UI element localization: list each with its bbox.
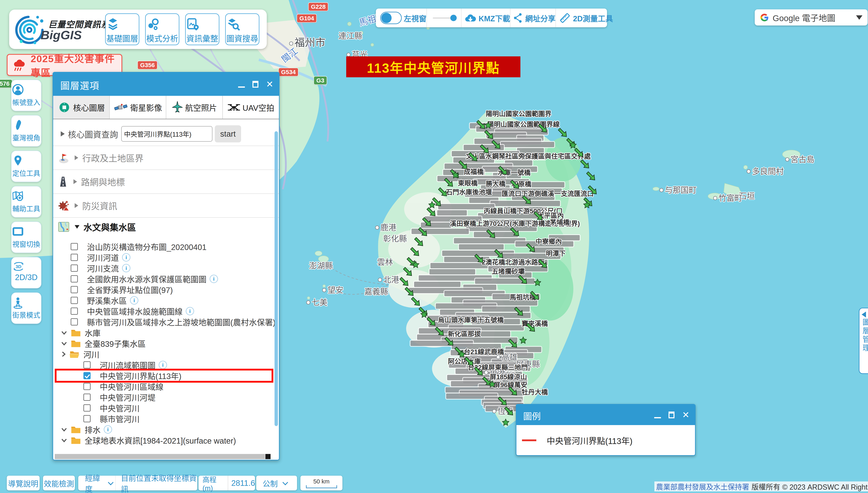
layer-manager-tab[interactable]: 圖層管理 — [859, 308, 868, 374]
category-catadmin[interactable]: 行政及土地區界 — [53, 146, 279, 170]
sidebar-item-user[interactable]: 帳號登入 — [11, 80, 41, 111]
layer-row[interactable]: 河川支流i — [53, 263, 279, 274]
chevron-down-icon[interactable] — [61, 437, 67, 443]
river-boundary-marker-arrow[interactable] — [410, 296, 421, 307]
category-catdisaster[interactable]: 防災資訊 — [53, 193, 279, 217]
layer-row[interactable]: 縣市管河川及區域排水之上游坡地範圍圖(農村水保署) — [53, 317, 279, 327]
river-boundary-marker-arrow[interactable] — [473, 366, 484, 377]
info-icon[interactable]: i — [130, 296, 138, 304]
checkbox[interactable] — [71, 297, 78, 304]
layer-row[interactable]: 野溪集水區i — [53, 295, 279, 306]
info-icon[interactable]: i — [186, 307, 194, 315]
river-boundary-marker-arrow[interactable] — [403, 266, 413, 277]
river-boundary-marker-arrow[interactable] — [526, 243, 536, 253]
layer-row[interactable]: 中央管河川河堤 — [53, 392, 279, 403]
layer-panel-header[interactable]: 圖層選項 ✕ — [53, 72, 279, 96]
folder-row[interactable]: 水庫 — [53, 327, 279, 338]
chevron-right-icon[interactable] — [61, 351, 66, 358]
river-boundary-marker-arrow[interactable] — [474, 253, 484, 264]
opacity-slider[interactable] — [433, 18, 454, 19]
info-icon[interactable]: i — [209, 275, 218, 283]
river-boundary-marker-arrow[interactable] — [486, 229, 496, 239]
close-icon[interactable]: ✕ — [266, 80, 273, 89]
river-boundary-marker-star[interactable] — [583, 201, 591, 209]
agency-link[interactable]: 農業部農村發展及水土保持署 — [656, 481, 749, 491]
river-boundary-marker-arrow[interactable] — [404, 286, 415, 297]
folder-row[interactable]: 全臺839子集水區 — [53, 338, 279, 349]
folder-row[interactable]: 全球地表水資訊[1984-2021](surface water) — [53, 435, 279, 446]
tab-sat[interactable]: 衛星影像 — [110, 96, 166, 119]
layer-row[interactable]: 縣市管河川 — [53, 413, 279, 424]
checkbox[interactable] — [71, 243, 78, 250]
search-input[interactable] — [121, 126, 213, 142]
nav-button-analysis[interactable]: 模式分析 — [145, 13, 179, 45]
river-boundary-marker-arrow[interactable] — [518, 275, 528, 285]
checkbox-checked[interactable] — [83, 372, 91, 379]
guide-button[interactable]: 導覽說明 — [7, 476, 40, 490]
river-boundary-marker-arrow[interactable] — [418, 227, 428, 237]
expand-icon[interactable] — [75, 155, 78, 160]
layer-row[interactable]: 河川河道i — [53, 252, 279, 263]
info-icon[interactable]: i — [122, 264, 130, 272]
river-boundary-marker-arrow[interactable] — [508, 386, 518, 396]
layer-row[interactable]: 治山防災構造物分布圖_20200401 — [53, 241, 279, 252]
horizontal-scrollbar[interactable] — [55, 454, 265, 459]
checkbox[interactable] — [71, 286, 78, 293]
sidebar-item-taiwan[interactable]: 臺灣視角 — [11, 115, 41, 147]
layer-row[interactable]: 全省野溪界址點位圖(97) — [53, 284, 279, 295]
checkbox[interactable] — [71, 275, 78, 282]
river-boundary-marker-star[interactable] — [569, 141, 577, 149]
river-boundary-marker-star[interactable] — [488, 380, 496, 388]
info-icon[interactable]: i — [122, 253, 130, 261]
checkbox[interactable] — [71, 318, 78, 325]
river-boundary-marker-arrow[interactable] — [497, 396, 508, 406]
tab-core[interactable]: 核心圖層 — [53, 96, 110, 119]
tab-plane[interactable]: 航空照片 — [166, 96, 223, 119]
coord-mode-select[interactable]: 經緯度 — [85, 472, 106, 493]
layer-row[interactable]: 中央管河川界點(113年) — [53, 370, 279, 381]
river-boundary-marker-arrow[interactable] — [484, 129, 494, 140]
river-boundary-marker-star[interactable] — [519, 336, 527, 344]
nav-button-mapsearch[interactable]: 圖資搜尋 — [225, 13, 260, 45]
river-boundary-marker-arrow[interactable] — [444, 336, 454, 347]
river-boundary-marker-star[interactable] — [428, 201, 436, 209]
performance-button[interactable]: 效能檢測 — [43, 476, 75, 490]
sidebar-item-pin[interactable]: 定位工具 — [11, 151, 41, 182]
checkbox[interactable] — [83, 393, 91, 401]
river-boundary-marker-arrow[interactable] — [530, 291, 540, 301]
checkbox[interactable] — [71, 254, 78, 261]
expand-right-icon[interactable] — [61, 131, 65, 136]
river-boundary-marker-arrow[interactable] — [533, 211, 543, 221]
river-boundary-marker-arrow[interactable] — [521, 195, 532, 205]
collapse-icon[interactable] — [75, 225, 80, 229]
river-boundary-marker-arrow[interactable] — [468, 152, 478, 162]
river-boundary-marker-arrow[interactable] — [480, 144, 490, 154]
chevron-down-icon[interactable] — [61, 330, 67, 336]
river-boundary-marker-arrow[interactable] — [514, 306, 524, 317]
maximize-icon[interactable] — [252, 81, 259, 88]
river-boundary-marker-star[interactable] — [534, 278, 541, 286]
river-boundary-marker-star[interactable] — [484, 121, 492, 129]
folder-row[interactable]: 河川 — [53, 349, 279, 360]
layer-row[interactable]: 中央管河川 — [53, 403, 279, 413]
river-boundary-marker-arrow[interactable] — [435, 326, 445, 337]
expand-icon[interactable] — [73, 179, 77, 184]
river-boundary-marker-arrow[interactable] — [414, 237, 424, 247]
folder-row[interactable]: 排水i — [53, 424, 279, 435]
measure-2d-button[interactable]: 2D測量工具 — [556, 8, 613, 27]
expand-icon[interactable] — [75, 203, 78, 208]
river-boundary-marker-arrow[interactable] — [510, 227, 520, 237]
river-boundary-marker-arrow[interactable] — [526, 322, 536, 333]
close-icon[interactable]: ✕ — [682, 410, 689, 419]
river-boundary-marker-star[interactable] — [502, 418, 510, 426]
category-cathydro[interactable]: 水文與集水區 — [53, 217, 279, 236]
start-button[interactable]: start — [215, 125, 241, 143]
river-boundary-marker-arrow[interactable] — [410, 246, 420, 257]
checkbox[interactable] — [83, 404, 91, 411]
share-url-button[interactable]: 網址分享 — [510, 8, 556, 27]
river-boundary-marker-arrow[interactable] — [537, 259, 548, 269]
sidebar-item-street[interactable]: 街景模式 — [11, 293, 41, 324]
river-boundary-marker-arrow[interactable] — [498, 165, 508, 176]
river-boundary-marker-arrow[interactable] — [537, 123, 548, 133]
sidebar-item-tools[interactable]: 輔助工具 — [11, 186, 41, 217]
